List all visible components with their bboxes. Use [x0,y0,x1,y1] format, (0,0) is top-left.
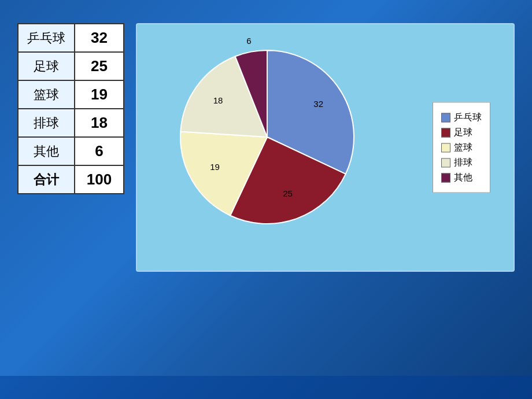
pie-chart: 322519186 [166,36,368,238]
table-cell-sport-2: 篮球 [18,80,75,109]
table-cell-sport-3: 排球 [18,109,75,137]
legend-item-3: 排球 [441,157,482,169]
table-cell-count-4: 6 [75,137,124,165]
legend-color-2 [441,143,450,152]
table-cell-count-5: 100 [75,165,124,194]
pie-label-其他: 6 [246,36,251,46]
pie-label-乒乓球: 32 [313,99,323,109]
table-cell-sport-0: 乒乓球 [18,24,75,52]
table-cell-sport-1: 足球 [18,52,75,80]
legend-color-4 [441,173,450,182]
table-cell-count-3: 18 [75,109,124,137]
chart-legend: 乒乓球足球篮球排球其他 [433,102,490,193]
pie-label-篮球: 19 [210,162,220,172]
chart-container: 322519186 乒乓球足球篮球排球其他 [136,23,515,272]
legend-color-3 [441,158,450,167]
pie-label-足球: 25 [283,189,293,198]
legend-label-0: 乒乓球 [454,112,482,124]
chart-inner: 322519186 乒乓球足球篮球排球其他 [149,36,502,259]
legend-label-4: 其他 [454,172,472,184]
legend-label-1: 足球 [454,127,472,139]
legend-color-1 [441,128,450,137]
legend-label-2: 篮球 [454,142,472,154]
table-cell-sport-4: 其他 [18,137,75,165]
table-cell-count-1: 25 [75,52,124,80]
legend-label-3: 排球 [454,157,472,169]
legend-item-2: 篮球 [441,142,482,154]
legend-item-1: 足球 [441,127,482,139]
content-area: 乒乓球32足球25篮球19排球18其他6合计100 322519186 乒乓球足… [17,23,515,272]
legend-color-0 [441,113,450,122]
legend-item-0: 乒乓球 [441,112,482,124]
slide: 乒乓球32足球25篮球19排球18其他6合计100 322519186 乒乓球足… [0,0,532,399]
data-table: 乒乓球32足球25篮球19排球18其他6合计100 [17,23,124,194]
table-cell-count-0: 32 [75,24,124,52]
table-cell-sport-5: 合计 [18,165,75,194]
table-cell-count-2: 19 [75,80,124,109]
legend-item-4: 其他 [441,172,482,184]
pie-label-排球: 18 [213,95,223,105]
